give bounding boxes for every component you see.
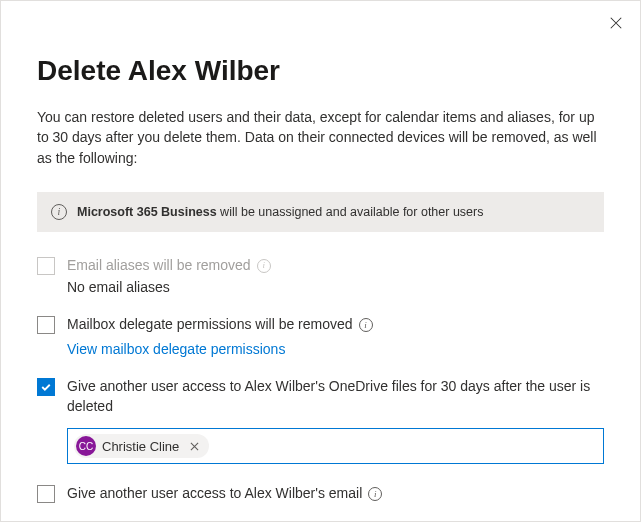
label-email-access: Give another user access to Alex Wilber'… — [67, 484, 604, 504]
checkbox-email-access[interactable] — [37, 485, 55, 503]
checkbox-onedrive-access[interactable] — [37, 378, 55, 396]
dialog-panel: Delete Alex Wilber You can restore delet… — [1, 1, 640, 504]
info-icon-mailbox-delegate[interactable]: i — [359, 318, 373, 332]
checkmark-icon — [40, 381, 52, 393]
license-info-rest: will be unassigned and available for oth… — [217, 205, 484, 219]
label-text-email-access: Give another user access to Alex Wilber'… — [67, 484, 362, 504]
license-name: Microsoft 365 Business — [77, 205, 217, 219]
user-chip: CC Christie Cline — [74, 434, 209, 458]
option-onedrive-access: Give another user access to Alex Wilber'… — [37, 377, 604, 464]
avatar: CC — [76, 436, 96, 456]
option-mailbox-delegate: Mailbox delegate permissions will be rem… — [37, 315, 604, 357]
option-email-access: Give another user access to Alex Wilber'… — [37, 484, 604, 504]
close-button[interactable] — [606, 13, 626, 33]
intro-text: You can restore deleted users and their … — [37, 107, 604, 168]
info-icon: i — [51, 204, 67, 220]
chip-remove-icon — [190, 442, 199, 451]
label-text-email-aliases: Email aliases will be removed — [67, 256, 251, 276]
chip-user-name: Christie Cline — [102, 439, 179, 454]
label-onedrive-access: Give another user access to Alex Wilber'… — [67, 377, 604, 416]
label-text-mailbox-delegate: Mailbox delegate permissions will be rem… — [67, 315, 353, 335]
checkbox-email-aliases — [37, 257, 55, 275]
close-icon — [609, 16, 623, 30]
label-email-aliases: Email aliases will be removed i — [67, 256, 604, 276]
info-icon-email-access[interactable]: i — [368, 487, 382, 501]
license-info-text: Microsoft 365 Business will be unassigne… — [77, 205, 483, 219]
people-picker-onedrive[interactable]: CC Christie Cline — [67, 428, 604, 464]
dialog-title: Delete Alex Wilber — [37, 55, 604, 87]
label-text-onedrive-access: Give another user access to Alex Wilber'… — [67, 377, 604, 416]
license-info-bar: i Microsoft 365 Business will be unassig… — [37, 192, 604, 232]
checkbox-mailbox-delegate[interactable] — [37, 316, 55, 334]
option-email-aliases: Email aliases will be removed i No email… — [37, 256, 604, 296]
chip-remove-button[interactable] — [187, 439, 201, 453]
label-mailbox-delegate: Mailbox delegate permissions will be rem… — [67, 315, 604, 335]
sub-text-aliases: No email aliases — [67, 279, 604, 295]
link-view-delegate-permissions[interactable]: View mailbox delegate permissions — [67, 341, 285, 357]
info-icon-aliases: i — [257, 259, 271, 273]
